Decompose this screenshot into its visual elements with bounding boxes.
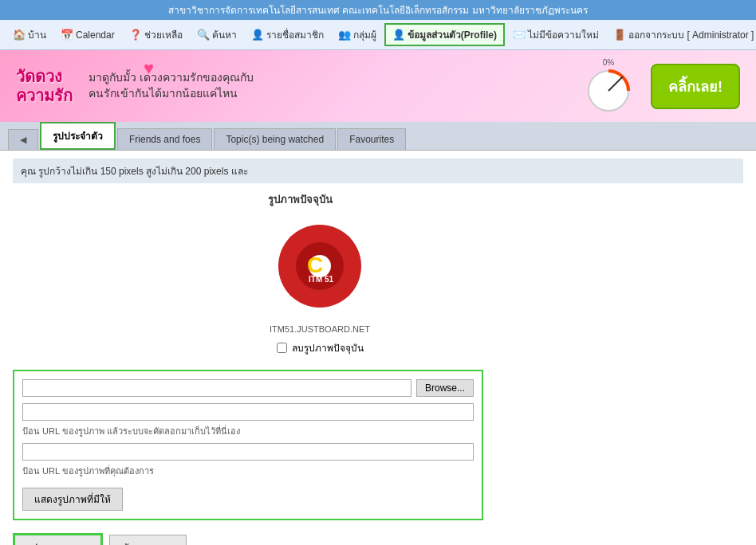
reset-button[interactable]: ล้าง(Reset): [109, 535, 187, 545]
url-input-2[interactable]: [22, 443, 474, 461]
search-nav-icon: 🔍: [197, 29, 210, 41]
tab-topics-watched[interactable]: Topic(s) being watched: [214, 128, 336, 150]
tab-profile-pic[interactable]: รูปประจำตัว: [40, 122, 116, 150]
delete-avatar-row: ลบรูปภาพปัจจุบัน: [277, 340, 364, 355]
nav-no-msg[interactable]: ✉️ ไม่มีข้อความใหม่: [506, 25, 605, 45]
members-icon: 👤: [251, 29, 264, 41]
nav-calendar[interactable]: 📅 Calendar: [54, 26, 121, 43]
avatar-display: รูปภาพปัจจุบัน: [268, 191, 372, 362]
banner-gauge: 0%: [581, 54, 636, 118]
nav-profile[interactable]: 👤 ข้อมูลส่วนตัว(Profile): [384, 23, 505, 46]
banner: วัดดวง ความรัก ♥ มาดูกับมั้ว เดวงความรัก…: [0, 50, 756, 122]
banner-click-button[interactable]: คลิ้กเลย!: [651, 64, 740, 109]
nav-search[interactable]: 🔍 ค้นหา: [191, 25, 243, 45]
show-avatar-button[interactable]: แสดงรูปภาพที่มีให้: [22, 488, 123, 511]
nav-help-label: ช่วยเหลือ: [144, 27, 183, 42]
svg-text:ITM 51: ITM 51: [309, 275, 334, 284]
avatar-section: รูปภาพปัจจุบัน: [13, 191, 743, 362]
nav-logout-label: ออกจากระบบ [ Administrator ]: [628, 27, 754, 42]
tabs-bar: ◀ รูปประจำตัว Friends and foes Topic(s) …: [0, 122, 756, 151]
svg-text:C: C: [307, 253, 323, 277]
nav-members-label: รายชื่อสมาชิก: [266, 27, 324, 42]
upload-section: Browse... ป้อน URL ของรูปภาพ แล้วระบบจะค…: [13, 370, 483, 520]
nav-home-label: บ้าน: [28, 27, 46, 42]
url-input-1[interactable]: [22, 403, 474, 421]
calendar-icon: 📅: [61, 29, 73, 41]
nav-help[interactable]: ❓ ช่วยเหลือ: [123, 25, 189, 45]
submit-area: ส่ง(Submit) ล้าง(Reset): [13, 533, 743, 545]
avatar-image: C ITM 51: [268, 214, 372, 318]
nav-members[interactable]: 👤 รายชื่อสมาชิก: [245, 25, 330, 45]
nav-no-msg-label: ไม่มีข้อความใหม่: [528, 27, 599, 42]
tab-prev[interactable]: ◀: [8, 129, 38, 150]
nav-groups[interactable]: 👥 กลุ่มผู้: [332, 25, 383, 45]
nav-home[interactable]: 🏠 บ้าน: [6, 25, 53, 45]
mail-icon: ✉️: [513, 29, 526, 41]
tab-favourites[interactable]: Favourites: [337, 128, 406, 150]
avatar-source-url: ITM51.JUSTBOARD.NET: [270, 324, 370, 334]
content-header-text: คุณ รูปกว้างไม่เกิน 150 pixels สูงไม่เกิ…: [21, 166, 248, 177]
heart-decoration-icon: ♥: [144, 58, 154, 79]
help-icon: ❓: [129, 29, 142, 41]
url-label-1: ป้อน URL ของรูปภาพ แล้วระบบจะคัดลอกมาเก็…: [22, 424, 474, 438]
content-header: คุณ รูปกว้างไม่เกิน 150 pixels สูงไม่เกิ…: [13, 159, 743, 183]
file-path-input[interactable]: [22, 379, 411, 397]
file-input-row: Browse...: [22, 379, 474, 397]
url-label-2: ป้อน URL ของรูปภาพที่คุณต้องการ: [22, 464, 474, 478]
logout-icon: 🚪: [613, 29, 626, 41]
current-avatar-label: รูปภาพปัจจุบัน: [268, 191, 333, 208]
home-icon: 🏠: [13, 29, 26, 41]
nav-bar: 🏠 บ้าน 📅 Calendar ❓ ช่วยเหลือ 🔍 ค้นหา 👤 …: [0, 20, 756, 50]
banner-title: วัดดวง ความรัก: [16, 67, 73, 105]
main-content: คุณ รูปกว้างไม่เกิน 150 pixels สูงไม่เกิ…: [0, 151, 756, 545]
profile-icon: 👤: [392, 29, 405, 41]
submit-button[interactable]: ส่ง(Submit): [13, 533, 103, 545]
delete-avatar-label: ลบรูปภาพปัจจุบัน: [292, 340, 364, 355]
nav-search-label: ค้นหา: [212, 27, 237, 42]
browse-button[interactable]: Browse...: [416, 379, 474, 397]
nav-logout[interactable]: 🚪 ออกจากระบบ [ Administrator ]: [607, 25, 756, 45]
announcement-bar: สาขาวิชาการจัดการเทคโนโลยีสารสนเทศ คณะเท…: [0, 0, 756, 20]
groups-icon: 👥: [338, 29, 351, 41]
announcement-text: สาขาวิชาการจัดการเทคโนโลยีสารสนเทศ คณะเท…: [168, 5, 588, 16]
gauge-chart: [585, 67, 632, 115]
nav-profile-label: ข้อมูลส่วนตัว(Profile): [408, 27, 497, 42]
nav-calendar-label: Calendar: [76, 29, 115, 41]
gear-svg: C ITM 51: [272, 218, 368, 314]
nav-groups-label: กลุ่มผู้: [353, 27, 376, 42]
delete-avatar-checkbox[interactable]: [277, 343, 287, 353]
tab-friends-foes[interactable]: Friends and foes: [117, 128, 212, 150]
banner-description: มาดูกับมั้ว เดวงความรักของคุณกับ คนรักเข…: [89, 70, 254, 101]
